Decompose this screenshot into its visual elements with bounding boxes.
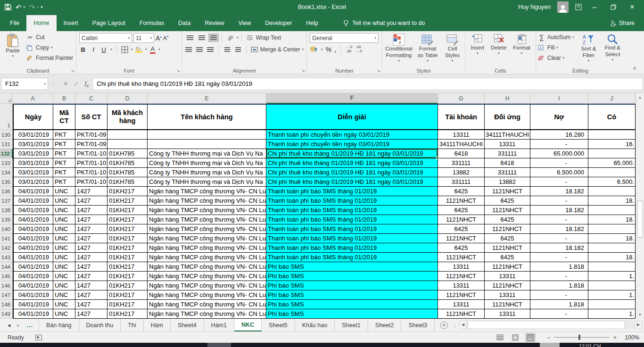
- chevron-down-icon[interactable]: ▾: [110, 48, 112, 51]
- cell-J132[interactable]: [588, 149, 636, 158]
- cell-I147[interactable]: -: [530, 290, 588, 300]
- clear-button[interactable]: Clear ▾: [538, 53, 575, 63]
- cell-A142[interactable]: 04/01/2019: [13, 243, 53, 253]
- name-box[interactable]: F132 ▾: [1, 78, 48, 90]
- sheet-tab-nkc[interactable]: NKC: [234, 319, 262, 331]
- row-header-140[interactable]: 140: [0, 224, 13, 234]
- decrease-indent-button[interactable]: [223, 45, 231, 54]
- zoom-level[interactable]: 100%: [621, 334, 639, 341]
- normal-view-icon[interactable]: [495, 333, 505, 342]
- increase-font-size-button[interactable]: A▴: [156, 34, 162, 42]
- cell-J148[interactable]: [588, 300, 636, 309]
- cell-C143[interactable]: 1427: [75, 253, 107, 262]
- cell-D137[interactable]: 01KH217: [107, 196, 148, 206]
- chevron-down-icon[interactable]: ▾: [237, 36, 239, 40]
- align-right-button[interactable]: [206, 45, 215, 54]
- tab-data[interactable]: Data: [171, 15, 198, 31]
- row-header-134[interactable]: 134: [0, 168, 13, 177]
- header-cell-H1[interactable]: Đối ứng: [485, 104, 530, 130]
- cell-H149[interactable]: 13311: [485, 309, 530, 319]
- decrease-font-size-button[interactable]: A▾: [163, 35, 169, 41]
- cell-B136[interactable]: UNC: [53, 187, 75, 196]
- row-header-142[interactable]: 142: [0, 243, 13, 253]
- cell-G147[interactable]: 1121NHCT: [438, 290, 485, 300]
- cell-F140[interactable]: Thanh toán phí báo SMS tháng 01/2019: [266, 224, 438, 234]
- cell-A136[interactable]: 04/01/2019: [13, 187, 53, 196]
- cell-I142[interactable]: 18.182: [530, 243, 588, 253]
- font-name-combobox[interactable]: Calibri▾: [79, 33, 132, 43]
- cell-C134[interactable]: PKT/01-10: [75, 168, 107, 177]
- cell-B133[interactable]: PKT: [53, 158, 75, 168]
- cell-J134[interactable]: [588, 168, 636, 177]
- scroll-left-icon[interactable]: ◀: [459, 321, 467, 329]
- cell-E134[interactable]: Công ty TNHH thương mại và Dịch Vụ Na: [148, 168, 266, 177]
- column-header-G[interactable]: G: [438, 93, 485, 104]
- cell-C145[interactable]: 1427: [75, 272, 107, 281]
- format-painter-button[interactable]: Format Painter: [26, 53, 73, 63]
- delete-cells-button[interactable]: Delete ▾: [489, 33, 508, 66]
- header-cell-E1[interactable]: Tên khách hàng: [148, 104, 266, 130]
- cell-I137[interactable]: -: [530, 196, 588, 206]
- cell-I133[interactable]: -: [530, 158, 588, 168]
- cell-C136[interactable]: 1427: [75, 187, 107, 196]
- cell-styles-button[interactable]: Cell Styles ▾: [442, 33, 463, 66]
- cell-B138[interactable]: UNC: [53, 206, 75, 215]
- cell-H131[interactable]: 13311: [485, 140, 530, 149]
- row-header-136[interactable]: 136: [0, 187, 13, 196]
- top-align-button[interactable]: [185, 33, 195, 42]
- tab-view[interactable]: View: [231, 15, 258, 31]
- row-header-132[interactable]: 132: [0, 149, 13, 158]
- row-header-148[interactable]: 148: [0, 300, 13, 309]
- increase-decimal-button[interactable]: ←.0.00: [345, 45, 352, 54]
- cell-E145[interactable]: Ngân hàng TMCP công thương VN- CN Lu: [148, 272, 266, 281]
- zoom-in-icon[interactable]: +: [613, 334, 617, 341]
- cell-J138[interactable]: [588, 206, 636, 215]
- ribbon-display-options-icon[interactable]: [575, 4, 582, 10]
- cell-A147[interactable]: 04/01/2019: [13, 290, 53, 300]
- more-sheets-button[interactable]: ...: [27, 322, 33, 329]
- cell-A132[interactable]: 03/01/2019: [13, 149, 53, 158]
- cell-B144[interactable]: UNC: [53, 262, 75, 272]
- sheet-tab-sheet3[interactable]: Sheet3: [401, 319, 435, 331]
- cell-G136[interactable]: 6425: [438, 187, 485, 196]
- cell-G145[interactable]: 1121NHCT: [438, 272, 485, 281]
- cell-F143[interactable]: Thanh toán phí báo SMS tháng 01/2019: [266, 253, 438, 262]
- merge-center-button[interactable]: Merge & Center ▾: [251, 45, 304, 54]
- percent-style-button[interactable]: %: [326, 46, 331, 53]
- cell-A140[interactable]: 04/01/2019: [13, 224, 53, 234]
- cell-D139[interactable]: 01KH217: [107, 215, 148, 224]
- next-sheet-icon[interactable]: ▸: [17, 322, 20, 329]
- column-header-A[interactable]: A: [13, 93, 53, 104]
- cell-H147[interactable]: 13311: [485, 290, 530, 300]
- cell-A130[interactable]: 03/01/2019: [13, 130, 53, 140]
- cell-J131[interactable]: 16.: [588, 140, 636, 149]
- cell-J130[interactable]: [588, 130, 636, 140]
- new-sheet-button[interactable]: +: [440, 319, 448, 331]
- cell-E133[interactable]: Công ty TNHH thương mại và Dịch Vụ Na: [148, 158, 266, 168]
- cell-E148[interactable]: Ngân hàng TMCP công thương VN- CN Lu: [148, 300, 266, 309]
- dialog-launcher-icon[interactable]: ↘: [377, 68, 380, 73]
- cell-E131[interactable]: [148, 140, 266, 149]
- tab-review[interactable]: Review: [198, 15, 231, 31]
- cell-F141[interactable]: Thanh toán phí báo SMS tháng 01/2019: [266, 234, 438, 243]
- scroll-up-icon[interactable]: ▲: [636, 93, 644, 101]
- cell-D140[interactable]: 01KH217: [107, 224, 148, 234]
- row-header-133[interactable]: 133: [0, 158, 13, 168]
- cell-I148[interactable]: 1.818: [530, 300, 588, 309]
- scroll-right-icon[interactable]: ▶: [635, 321, 642, 329]
- cell-G130[interactable]: 13311: [438, 130, 485, 140]
- align-center-button[interactable]: [196, 45, 204, 54]
- fill-button[interactable]: Fill ▾: [538, 43, 575, 52]
- header-cell-B1[interactable]: Mã CT: [53, 104, 75, 130]
- cell-I135[interactable]: -: [530, 177, 588, 187]
- number-format-combobox[interactable]: General▾: [310, 33, 379, 43]
- cell-B130[interactable]: PKT: [53, 130, 75, 140]
- cell-C130[interactable]: PKT/01-09: [75, 130, 107, 140]
- cell-H136[interactable]: 1121NHCT: [485, 187, 530, 196]
- cell-I132[interactable]: 65.000.000: [530, 149, 588, 158]
- cell-H142[interactable]: 1121NHCT: [485, 243, 530, 253]
- cell-F130[interactable]: Thanh toán phí chuyển tiền ngày 03/01/20…: [266, 130, 438, 140]
- cell-F148[interactable]: Phí báo SMS: [266, 300, 438, 309]
- cell-D132[interactable]: 01KH785: [107, 149, 148, 158]
- cell-C137[interactable]: 1427: [75, 196, 107, 206]
